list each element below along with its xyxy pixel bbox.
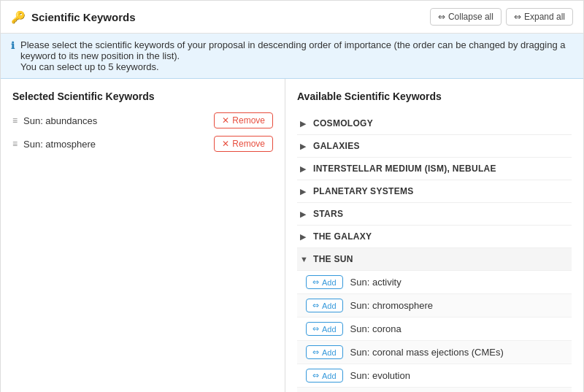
- banner-text-line2: You can select up to 5 keywords.: [20, 61, 573, 72]
- drag-icon: ≡: [12, 115, 18, 126]
- expand-all-label: Expand all: [524, 12, 565, 22]
- remove-x-icon: ✕: [222, 139, 229, 149]
- selected-item-text: Sun: abundances: [23, 115, 97, 126]
- the-sun-sub-items: ⇔ Add Sun: activity ⇔ Add Sun: chromosph…: [297, 271, 572, 392]
- triangle-icon: ▶: [300, 187, 309, 196]
- remove-label: Remove: [232, 139, 265, 149]
- info-banner: ℹ Please select the scientific keywords …: [1, 34, 583, 79]
- category-the-galaxy[interactable]: ▶ THE GALAXY: [297, 226, 572, 248]
- expand-icon: ⇔: [514, 12, 521, 22]
- sub-item-text: Sun: evolution: [350, 370, 410, 381]
- list-item: ⇔ Add Sun: evolution: [297, 364, 572, 388]
- triangle-icon: ▶: [300, 119, 309, 128]
- category-ism[interactable]: ▶ INTERSTELLAR MEDIUM (ISM), NEBULAE: [297, 158, 572, 180]
- add-icon: ⇔: [312, 301, 319, 310]
- page-header: 🔑 Scientific Keywords ⇔ Collapse all ⇔ E…: [1, 1, 583, 34]
- remove-sun-atmosphere-button[interactable]: ✕ Remove: [214, 136, 273, 152]
- sub-item-text: Sun: corona: [350, 323, 402, 334]
- add-sun-chromosphere-button[interactable]: ⇔ Add: [306, 299, 343, 312]
- add-sun-evolution-button[interactable]: ⇔ Add: [306, 369, 343, 383]
- add-label: Add: [322, 325, 337, 334]
- add-sun-corona-button[interactable]: ⇔ Add: [306, 322, 343, 336]
- list-item: ⇔ Add Sun: chromosphere: [297, 294, 572, 318]
- add-label: Add: [322, 301, 337, 310]
- add-label: Add: [322, 278, 337, 287]
- right-panel-title: Available Scientific Keywords: [297, 91, 572, 102]
- triangle-icon: ▶: [300, 164, 309, 173]
- left-panel: Selected Scientific Keywords ≡ Sun: abun…: [1, 79, 285, 392]
- header-buttons: ⇔ Collapse all ⇔ Expand all: [430, 8, 573, 26]
- info-icon: ℹ: [11, 40, 15, 51]
- category-label: STARS: [313, 209, 343, 219]
- triangle-icon: ▶: [300, 232, 309, 241]
- category-the-sun[interactable]: ▼ THE SUN: [297, 248, 572, 271]
- list-item: ⇔ Add Sun: coronal mass ejections (CMEs): [297, 341, 572, 364]
- banner-text-line1: Please select the scientific keywords of…: [20, 39, 573, 61]
- collapse-all-button[interactable]: ⇔ Collapse all: [430, 8, 502, 26]
- selected-item-text: Sun: atmosphere: [23, 139, 96, 150]
- right-panel: Available Scientific Keywords ▶ COSMOLOG…: [285, 79, 583, 392]
- category-label: PLANETARY SYSTEMS: [313, 186, 414, 196]
- expand-all-button[interactable]: ⇔ Expand all: [506, 8, 573, 26]
- category-label: COSMOLOGY: [313, 118, 373, 128]
- key-icon: 🔑: [11, 10, 26, 24]
- triangle-expanded-icon: ▼: [300, 255, 309, 264]
- category-planetary[interactable]: ▶ PLANETARY SYSTEMS: [297, 180, 572, 203]
- category-galaxies[interactable]: ▶ GALAXIES: [297, 135, 572, 158]
- selected-item-sun-abundances: ≡ Sun: abundances ✕ Remove: [12, 112, 273, 128]
- add-icon: ⇔: [312, 277, 319, 287]
- remove-label: Remove: [232, 115, 265, 126]
- sub-item-text: Sun: chromosphere: [350, 300, 433, 311]
- add-icon: ⇔: [312, 324, 319, 334]
- main-content: Selected Scientific Keywords ≡ Sun: abun…: [1, 79, 583, 392]
- remove-x-icon: ✕: [222, 115, 229, 126]
- remove-sun-abundances-button[interactable]: ✕ Remove: [214, 112, 273, 128]
- page-title-area: 🔑 Scientific Keywords: [11, 10, 136, 24]
- add-sun-cme-button[interactable]: ⇔ Add: [306, 345, 343, 359]
- category-stars[interactable]: ▶ STARS: [297, 203, 572, 226]
- category-label: THE SUN: [313, 254, 353, 264]
- page-title: Scientific Keywords: [31, 11, 136, 23]
- add-label: Add: [322, 372, 337, 380]
- left-panel-title: Selected Scientific Keywords: [12, 91, 273, 102]
- page-wrapper: 🔑 Scientific Keywords ⇔ Collapse all ⇔ E…: [0, 0, 584, 392]
- list-item: ⇔ Add Sun: faculae, plages: [297, 388, 572, 392]
- category-label: GALAXIES: [313, 141, 360, 151]
- list-item: ⇔ Add Sun: activity: [297, 271, 572, 294]
- collapse-icon: ⇔: [438, 12, 445, 22]
- category-label: THE GALAXY: [313, 231, 372, 242]
- category-label: INTERSTELLAR MEDIUM (ISM), NEBULAE: [313, 164, 496, 174]
- selected-item-label: ≡ Sun: atmosphere: [12, 139, 96, 150]
- sub-item-text: Sun: coronal mass ejections (CMEs): [350, 347, 504, 358]
- collapse-all-label: Collapse all: [448, 12, 493, 22]
- banner-text: Please select the scientific keywords of…: [20, 39, 573, 72]
- add-icon: ⇔: [312, 347, 319, 357]
- add-sun-activity-button[interactable]: ⇔ Add: [306, 275, 343, 289]
- add-icon: ⇔: [312, 371, 319, 380]
- drag-icon: ≡: [12, 139, 18, 149]
- triangle-icon: ▶: [300, 210, 309, 218]
- sub-item-text: Sun: activity: [350, 277, 402, 288]
- triangle-icon: ▶: [300, 142, 309, 150]
- list-item: ⇔ Add Sun: corona: [297, 318, 572, 341]
- selected-item-label: ≡ Sun: abundances: [12, 115, 97, 126]
- add-label: Add: [322, 348, 337, 357]
- category-cosmology[interactable]: ▶ COSMOLOGY: [297, 112, 572, 135]
- selected-item-sun-atmosphere: ≡ Sun: atmosphere ✕ Remove: [12, 136, 273, 152]
